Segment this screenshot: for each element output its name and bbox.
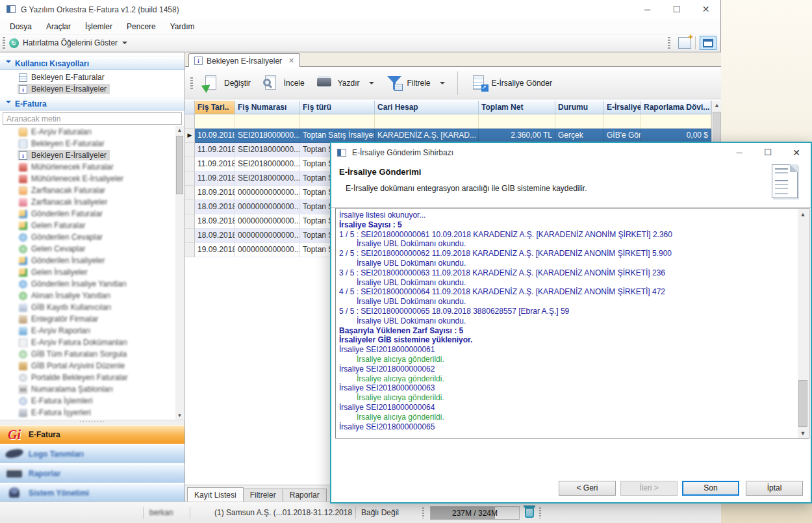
dialog-minimize-button[interactable]: ─: [725, 143, 754, 162]
view-tab-3[interactable]: Raporlar: [283, 489, 327, 502]
actionbar-drag-handle[interactable]: [190, 77, 193, 89]
view-tab-1[interactable]: Kayıt Listesi: [187, 487, 244, 502]
panel-view-icon[interactable]: [700, 36, 717, 50]
column-header[interactable]: Cari Hesap: [375, 101, 479, 114]
filter-cell[interactable]: [604, 114, 641, 129]
menu-item-yardım[interactable]: Yardım: [163, 19, 202, 34]
panel-logo-tan-mlar-[interactable]: Logo Tanımları: [0, 444, 184, 463]
tree-item[interactable]: GİB Kayıtlı Kullanıcıları: [0, 301, 184, 313]
tree-item[interactable]: Mühürlenecek E-İrsaliyeler: [0, 173, 184, 185]
tree-scrollbar[interactable]: ▲ ▼: [175, 126, 184, 420]
panel-sistem-y-netimi[interactable]: Sistem Yönetimi: [0, 483, 184, 502]
cancel-button[interactable]: İptal: [746, 481, 803, 496]
minimize-button[interactable]: ─: [633, 0, 662, 19]
dialog-close-button[interactable]: ✕: [782, 143, 811, 162]
table-row[interactable]: ▶10.09.2018SEI2018000000...Toptan Satış …: [185, 129, 721, 143]
tree-item[interactable]: Gönderilen Cevaplar: [0, 231, 184, 243]
filter-button[interactable]: Filtrele: [386, 75, 445, 92]
tree-item[interactable]: E-Fatura İşlemleri: [0, 395, 184, 407]
tree-item[interactable]: Alınan İrsaliye Yanıtları: [0, 290, 184, 301]
panel-e-fatura[interactable]: GiE-Fatura: [0, 425, 184, 444]
scroll-down-icon[interactable]: ▼: [175, 411, 184, 420]
tree-item[interactable]: E-Fatura İşyerleri: [0, 407, 184, 418]
edit-button[interactable]: Değiştir: [203, 75, 251, 92]
column-header[interactable]: Raporlama Dövi...: [641, 101, 711, 114]
tab-bekleyen-e-irsaliyeler[interactable]: i Bekleyen E-İrsaliyeler ✕: [188, 53, 300, 68]
column-header[interactable]: Fiş Tari..▲: [195, 101, 235, 114]
back-button[interactable]: < Geri: [559, 481, 616, 496]
filter-cell[interactable]: [555, 114, 604, 129]
tree-item[interactable]: Bekleyen E-Faturalar: [0, 138, 184, 149]
tree-item[interactable]: iBekleyen E-İrsaliyeler: [0, 149, 184, 161]
toolbar-drag-handle[interactable]: [3, 37, 5, 49]
filter-cell[interactable]: [195, 114, 235, 129]
view-tab-2[interactable]: Filtreler: [243, 489, 283, 502]
tree-item[interactable]: Zarflanacak İrsaliyeler: [0, 196, 184, 208]
send-eirsaliye-button[interactable]: E-İrsaliye Gönder: [470, 75, 552, 92]
add-window-icon[interactable]: [678, 37, 691, 49]
tree-item[interactable]: 88Numaralama Şablonları: [0, 383, 184, 395]
column-header[interactable]: Fiş Numarası: [235, 101, 300, 114]
tree-item[interactable]: GİB Tüm Faturaları Sorgula: [0, 348, 184, 360]
inspect-button[interactable]: İncele: [262, 75, 305, 92]
menu-item-pencere[interactable]: Pencere: [120, 19, 163, 34]
filter-cell[interactable]: [300, 114, 375, 129]
row-indicator: ▶: [185, 129, 195, 143]
tree-item[interactable]: Gelen İrsaliyeler: [0, 266, 184, 278]
cell: 2.360,00 TL: [479, 129, 555, 143]
tree-item[interactable]: Mühürlenecek Faturalar: [0, 161, 184, 173]
tree-item[interactable]: Gelen Faturalar: [0, 220, 184, 231]
close-button[interactable]: ✕: [691, 0, 720, 19]
garbage-collect-icon[interactable]: [525, 507, 534, 518]
search-input[interactable]: [3, 112, 182, 125]
column-header[interactable]: Fiş türü: [300, 101, 375, 114]
tree-item[interactable]: Portalde Bekleyen Faturalar: [0, 372, 184, 383]
filter-dropdown-icon[interactable]: [440, 82, 445, 87]
filter-cell[interactable]: [479, 114, 555, 129]
shortcut-item[interactable]: iBekleyen E-İrsaliyeler: [0, 83, 184, 95]
tab-close-icon[interactable]: ✕: [288, 57, 294, 65]
tree-item[interactable]: Gelen Cevaplar: [0, 243, 184, 255]
memory-gauge[interactable]: 237M / 324M: [430, 506, 520, 520]
scroll-up-icon[interactable]: ▲: [712, 101, 722, 110]
scrollbar-thumb[interactable]: [176, 136, 183, 194]
tree-item[interactable]: GİB Portal Arşivini Düzenle: [0, 360, 184, 372]
maximize-button[interactable]: ☐: [662, 0, 691, 19]
filter-cell[interactable]: [375, 114, 479, 129]
reminder-toggle[interactable]: Hatırlatma Öğelerini Göster: [23, 38, 118, 47]
column-header[interactable]: E-İrsaliye D...: [604, 101, 641, 114]
dialog-maximize-button[interactable]: ☐: [754, 143, 782, 162]
print-button[interactable]: Yazdır: [316, 75, 374, 92]
tree-item[interactable]: Gönderilen Faturalar: [0, 208, 184, 220]
chevron-down-icon[interactable]: [122, 42, 127, 47]
print-dropdown-icon[interactable]: [369, 82, 374, 87]
menu-item-dosya[interactable]: Dosya: [3, 19, 39, 34]
tree-item[interactable]: Zarflanacak Faturalar: [0, 185, 184, 196]
panel-raporlar[interactable]: Raporlar: [0, 464, 184, 483]
tree-item[interactable]: Gönderilen İrsaliye Yanıtları: [0, 278, 184, 290]
menu-item-araçlar[interactable]: Araçlar: [39, 19, 78, 34]
toolbar-drag-handle-right[interactable]: [668, 37, 670, 49]
tree-item[interactable]: E-Arşiv Raporları: [0, 325, 184, 337]
tree-item[interactable]: E-Arşiv Faturaları: [0, 126, 184, 138]
section-header-shortcuts[interactable]: Kullanıcı Kısayolları: [0, 57, 184, 70]
scrollbar-thumb[interactable]: [798, 380, 807, 427]
log-scrollbar[interactable]: ▲ ▼: [798, 209, 808, 439]
finish-button[interactable]: Son: [682, 481, 739, 496]
scroll-down-icon[interactable]: ▼: [798, 428, 808, 439]
scroll-up-icon[interactable]: ▲: [175, 126, 184, 134]
filter-cell[interactable]: [235, 114, 300, 129]
tree-item[interactable]: Gönderilen İrsaliyeler: [0, 255, 184, 266]
tree-item[interactable]: Entegratör Firmalar: [0, 313, 184, 325]
log-line: İrsaliye UBL Dokümanı okundu.: [339, 316, 796, 326]
menu-item-i̇şlemler[interactable]: İşlemler: [78, 19, 120, 34]
panel-splitter[interactable]: ·········: [0, 420, 184, 425]
scroll-up-icon[interactable]: ▲: [798, 209, 808, 220]
titlebar: G Yazılım Orkestra E-Fatura v1.2 (build …: [0, 0, 720, 19]
shortcut-item[interactable]: Bekleyen E-Faturalar: [0, 71, 184, 83]
column-header[interactable]: Durumu: [555, 101, 604, 114]
tree-item[interactable]: E-Arşiv Fatura Dokümanları: [0, 337, 184, 348]
section-header-efatura[interactable]: E-Fatura: [0, 97, 184, 110]
column-header[interactable]: Toplam Net: [479, 101, 555, 114]
filter-cell[interactable]: [641, 114, 711, 129]
